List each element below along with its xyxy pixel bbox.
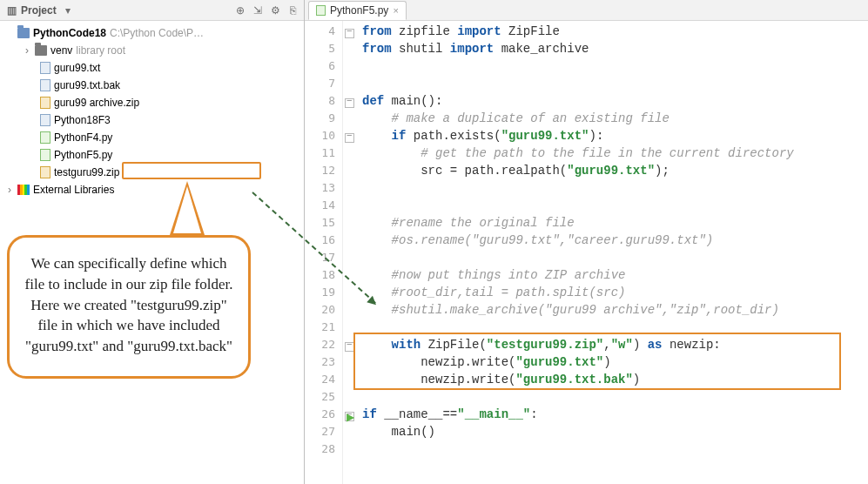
code-line[interactable]	[362, 198, 868, 216]
tree-file[interactable]: PythonF5.py	[0, 146, 304, 164]
tree-file[interactable]: guru99 archive.zip	[0, 94, 304, 111]
tree-file[interactable]: guru99.txt	[0, 59, 304, 77]
project-toolbar: ▥ Project ▾ ⊕ ⇲ ⚙ ⎘	[0, 0, 304, 21]
tree-venv[interactable]: › venv library root	[0, 42, 304, 59]
code-line[interactable]: main()	[362, 425, 868, 442]
line-number: 21	[305, 320, 342, 338]
annotation-callout: We can specifically define which file to…	[7, 235, 251, 379]
line-number: 17	[305, 251, 342, 268]
line-number: 28	[305, 442, 342, 460]
gear-icon[interactable]: ⚙	[269, 4, 281, 17]
library-icon	[17, 185, 30, 195]
close-icon[interactable]: ×	[393, 5, 398, 16]
line-number: 25	[305, 390, 342, 407]
code-line[interactable]	[362, 59, 868, 77]
line-number: 22	[305, 338, 342, 355]
code-line[interactable]: #root_dir,tail = path.split(src)	[362, 286, 868, 303]
code-line[interactable]: #rename the original file	[362, 216, 868, 233]
code-line[interactable]	[362, 251, 868, 268]
code-line[interactable]: #now put things into ZIP archive	[362, 268, 868, 286]
code-line[interactable]	[362, 77, 868, 94]
line-number: 20	[305, 303, 342, 320]
line-number: 4	[305, 24, 342, 42]
fold-spacer	[343, 42, 357, 59]
line-number: 15	[305, 216, 342, 233]
callout-text: We can specifically define which file to…	[25, 255, 233, 354]
fold-spacer	[343, 216, 357, 233]
line-number-gutter: 4567891011121314151617181920212223242526…	[305, 21, 343, 484]
code-line[interactable]	[362, 181, 868, 198]
line-number: 7	[305, 77, 342, 94]
fold-spacer	[343, 233, 357, 251]
venv-name: venv	[50, 44, 72, 57]
fold-spacer	[343, 390, 357, 407]
line-number: 19	[305, 286, 342, 303]
file-icon	[40, 62, 50, 74]
editor-panel: PythonF5.py × 45678910111213141516171819…	[305, 0, 868, 484]
code-line[interactable]: if path.exists("guru99.txt"):	[362, 129, 868, 146]
tree-file[interactable]: PythonF4.py	[0, 129, 304, 146]
line-number: 11	[305, 146, 342, 164]
tree-file[interactable]: guru99.txt.bak	[0, 77, 304, 94]
code-line[interactable]: #shutil.make_archive("guru99 archive","z…	[362, 303, 868, 320]
fold-toggle-icon[interactable]	[343, 129, 357, 146]
project-tree: PythonCode18 C:\Python Code\P… › venv li…	[0, 21, 304, 202]
code-line[interactable]: # make a duplicate of an existing file	[362, 111, 868, 129]
zip-icon	[40, 97, 50, 109]
project-icon: ▥	[5, 4, 17, 17]
code-line[interactable]: from zipfile import ZipFile	[362, 24, 868, 42]
root-name: PythonCode18	[33, 27, 106, 39]
fold-spacer	[343, 303, 357, 320]
editor-body[interactable]: 4567891011121314151617181920212223242526…	[305, 21, 868, 484]
tab-label: PythonF5.py	[330, 4, 388, 17]
line-number: 27	[305, 425, 342, 442]
fold-spacer	[343, 181, 357, 198]
code-area[interactable]: from zipfile import ZipFilefrom shutil i…	[357, 21, 868, 484]
target-icon[interactable]: ⊕	[234, 4, 246, 17]
python-file-icon	[40, 131, 50, 144]
tree-file[interactable]: Python18F3	[0, 111, 304, 129]
file-icon	[40, 79, 50, 91]
run-marker-icon[interactable]: ▶	[347, 411, 357, 423]
fold-spacer	[343, 146, 357, 164]
line-number: 13	[305, 181, 342, 198]
annotation-highlight-code	[353, 333, 841, 390]
python-file-icon	[316, 5, 326, 16]
venv-tag: library root	[76, 44, 125, 57]
folder-icon	[17, 28, 30, 38]
python-file-icon	[40, 149, 50, 161]
collapse-icon[interactable]: ⇲	[252, 4, 264, 17]
editor-tab-bar: PythonF5.py ×	[305, 0, 868, 21]
code-line[interactable]	[362, 442, 868, 460]
fold-spacer	[343, 251, 357, 268]
code-line[interactable]	[362, 390, 868, 407]
fold-toggle-icon[interactable]	[343, 94, 357, 111]
fold-toggle-icon[interactable]	[343, 24, 357, 42]
code-line[interactable]: from shutil import make_archive	[362, 42, 868, 59]
code-line[interactable]: def main():	[362, 94, 868, 111]
line-number: 5	[305, 42, 342, 59]
line-number: 14	[305, 198, 342, 216]
editor-tab[interactable]: PythonF5.py ×	[308, 1, 407, 20]
fold-spacer	[343, 111, 357, 129]
fold-spacer	[343, 77, 357, 94]
line-number: 16	[305, 233, 342, 251]
code-line[interactable]: #os.rename("guru99.txt","career.guru99.t…	[362, 233, 868, 251]
line-number: 23	[305, 355, 342, 373]
tree-file-highlighted[interactable]: testguru99.zip	[0, 164, 304, 181]
line-number: 10	[305, 129, 342, 146]
chevron-right-icon[interactable]: ›	[23, 44, 31, 57]
chevron-down-icon[interactable]: ▾	[62, 4, 74, 17]
tree-root[interactable]: PythonCode18 C:\Python Code\P…	[0, 24, 304, 42]
code-line[interactable]: src = path.realpath("guru99.txt");	[362, 164, 868, 181]
line-number: 12	[305, 164, 342, 181]
fold-spacer	[343, 198, 357, 216]
hide-icon[interactable]: ⎘	[286, 4, 299, 17]
chevron-right-icon[interactable]: ›	[5, 184, 14, 196]
callout-tail	[170, 181, 205, 235]
fold-spacer	[343, 286, 357, 303]
code-line[interactable]: # get the path to the file in the curren…	[362, 146, 868, 164]
code-line[interactable]: if __name__=="__main__":	[362, 407, 868, 425]
project-title: Project	[21, 4, 57, 17]
fold-spacer	[343, 164, 357, 181]
